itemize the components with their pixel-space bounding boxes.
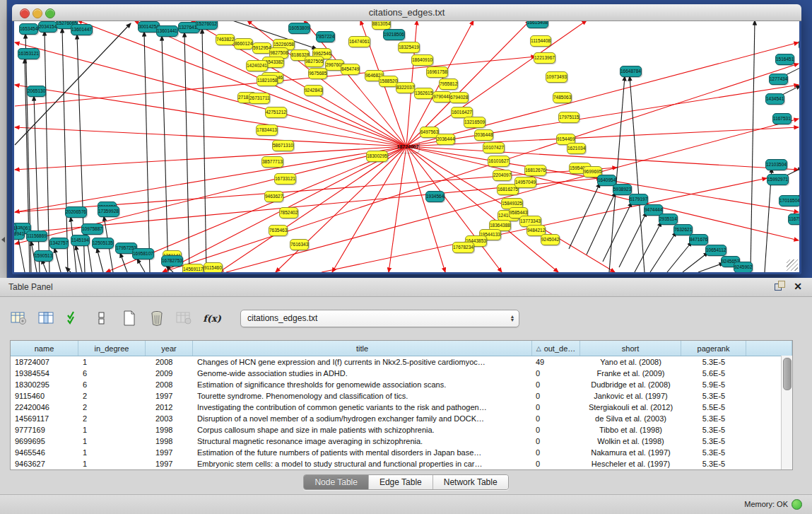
table-row[interactable]: 911546021997Tourette syndrome. Phenomeno…: [11, 390, 792, 402]
graph-node[interactable]: 11154408: [530, 35, 551, 47]
column-header-title[interactable]: title: [193, 341, 532, 356]
graph-node[interactable]: 7852402: [279, 207, 298, 218]
graph-node[interactable]: 1653454: [19, 23, 38, 35]
graph-node[interactable]: 1934564: [425, 191, 445, 202]
graph-node[interactable]: 2034154: [38, 21, 57, 33]
graph-node[interactable]: 10654112: [705, 245, 726, 256]
table-row[interactable]: 1456911722003Disruption of a novel membe…: [11, 413, 792, 424]
graph-node[interactable]: 12505135: [92, 238, 114, 249]
graph-node[interactable]: 9115460: [204, 262, 223, 272]
graph-node[interactable]: 7463822: [216, 34, 235, 45]
graph-node[interactable]: 6794028: [449, 92, 469, 103]
graph-node[interactable]: 12103504: [765, 159, 787, 170]
graph-node[interactable]: 11821058: [257, 75, 278, 86]
graph-node[interactable]: 1167531: [772, 113, 792, 124]
graph-node[interactable]: 16474061: [348, 36, 370, 47]
graph-node[interactable]: 7632621: [673, 224, 693, 235]
graph-node[interactable]: 13216509: [464, 117, 486, 128]
graph-node[interactable]: 17359928: [98, 206, 119, 217]
graph-node[interactable]: 7635463: [269, 225, 288, 236]
graph-node[interactable]: 16733121: [274, 173, 296, 185]
show-columns-icon[interactable]: [37, 309, 56, 327]
graph-node[interactable]: 14569117: [182, 264, 204, 272]
column-header-pagerank[interactable]: pagerank: [681, 341, 746, 356]
tab-network-table[interactable]: Network Table: [433, 475, 508, 489]
column-header-out_de…[interactable]: △out_de…: [532, 341, 580, 356]
graph-node[interactable]: 10107427: [483, 142, 505, 153]
graph-node[interactable]: 8660124: [234, 38, 253, 49]
delete-table-icon[interactable]: [148, 309, 166, 327]
graph-node[interactable]: 7616343: [290, 239, 309, 250]
tab-edge-table[interactable]: Edge Table: [369, 475, 433, 489]
graph-node[interactable]: 10975887: [81, 223, 103, 235]
graph-node[interactable]: 2036444: [436, 134, 455, 145]
table-row[interactable]: 2242004622012Investigating the contribut…: [11, 402, 792, 413]
graph-node[interactable]: 10973493: [546, 71, 567, 83]
graph-node[interactable]: 16782753: [161, 255, 183, 267]
graph-node[interactable]: 16053809: [288, 23, 310, 34]
graph-node[interactable]: 11156869: [26, 230, 47, 242]
graph-node[interactable]: 9463627: [264, 191, 283, 202]
function-builder-icon[interactable]: f(x): [203, 309, 221, 327]
graph-node[interactable]: 16648784: [620, 66, 642, 77]
graph-node[interactable]: 1434541: [765, 93, 784, 105]
new-table-icon[interactable]: [120, 309, 139, 327]
table-settings-icon[interactable]: [10, 309, 28, 327]
table-scrollbar-thumb[interactable]: [783, 358, 792, 390]
graph-node[interactable]: 42751212: [265, 107, 287, 118]
network-canvas[interactable]: 7463822866012459129541522605898275088186…: [14, 21, 799, 272]
graph-node[interactable]: 1342757: [49, 238, 69, 249]
graph-node[interactable]: 1167533: [788, 214, 799, 225]
graph-node[interactable]: 7955812: [439, 78, 458, 90]
graph-node[interactable]: 1621034: [567, 143, 586, 154]
graph-node[interactable]: 18325419: [398, 42, 420, 53]
column-header-in_degree[interactable]: in_degree: [78, 341, 146, 356]
graph-node[interactable]: 16615408: [526, 21, 548, 28]
graph-node[interactable]: 2935114: [659, 214, 678, 225]
graph-node[interactable]: 9675685: [308, 68, 327, 79]
graph-node[interactable]: 16961758: [426, 66, 448, 78]
graph-node[interactable]: 20206576: [65, 206, 87, 218]
panel-collapse-arrow-icon[interactable]: [1, 237, 5, 243]
column-header-spacer[interactable]: [746, 341, 792, 356]
table-row[interactable]: 1938455462009Genome-wide association stu…: [11, 368, 792, 379]
window-resize-grip[interactable]: [787, 259, 798, 271]
graph-node[interactable]: 1516451: [775, 54, 794, 65]
graph-node[interactable]: 1362615: [414, 88, 433, 99]
graph-node[interactable]: 17016504: [779, 195, 799, 206]
graph-node[interactable]: 58671310: [272, 140, 294, 151]
table-selector-dropdown[interactable]: citations_edges.txt ▲▼: [240, 310, 519, 327]
graph-node[interactable]: 15992971: [767, 174, 789, 185]
graph-node[interactable]: 9242843: [304, 85, 323, 96]
graph-node[interactable]: 18640910: [411, 54, 433, 66]
graph-node[interactable]: 9245902: [734, 262, 753, 272]
graph-node[interactable]: 2036448: [474, 129, 493, 141]
graph-node[interactable]: 16812676: [524, 165, 546, 176]
graph-node[interactable]: 38577713: [261, 156, 283, 168]
column-header-short[interactable]: short: [580, 341, 681, 356]
graph-node[interactable]: 9245042: [541, 234, 560, 245]
graph-node[interactable]: 14240241: [246, 60, 268, 71]
graph-node[interactable]: 1145194: [71, 235, 90, 246]
column-header-name[interactable]: name: [11, 341, 78, 356]
graph-node[interactable]: 13601447: [71, 24, 93, 35]
graph-node[interactable]: 26731711: [249, 93, 270, 104]
table-scrollbar[interactable]: [781, 356, 792, 469]
network-window[interactable]: citations_edges.txt: [12, 4, 801, 274]
graph-node[interactable]: 17834413: [256, 124, 278, 136]
graph-node[interactable]: 14957049: [514, 177, 536, 188]
table-row[interactable]: 969969511998Structural magnetic resonanc…: [11, 436, 792, 447]
table-row[interactable]: 977716911998Corpus callosum shape and si…: [11, 424, 792, 436]
tab-node-table[interactable]: Node Table: [304, 475, 369, 489]
graph-node[interactable]: 19218506: [383, 29, 405, 40]
graph-node[interactable]: 8454749: [341, 64, 360, 75]
graph-node[interactable]: 5938923: [613, 184, 632, 195]
graph-node[interactable]: 17975115: [558, 112, 579, 123]
graph-node[interactable]: 13601441: [156, 25, 178, 37]
graph-node[interactable]: 17678234: [452, 242, 474, 253]
graph-node[interactable]: 1515441: [799, 39, 799, 50]
graph-node[interactable]: 2204097: [493, 170, 512, 181]
column-header-year[interactable]: year: [146, 341, 193, 356]
table-row[interactable]: 946362711997Embryonic stem cells: a mode…: [11, 458, 792, 469]
graph-node[interactable]: 6179197: [629, 194, 648, 205]
